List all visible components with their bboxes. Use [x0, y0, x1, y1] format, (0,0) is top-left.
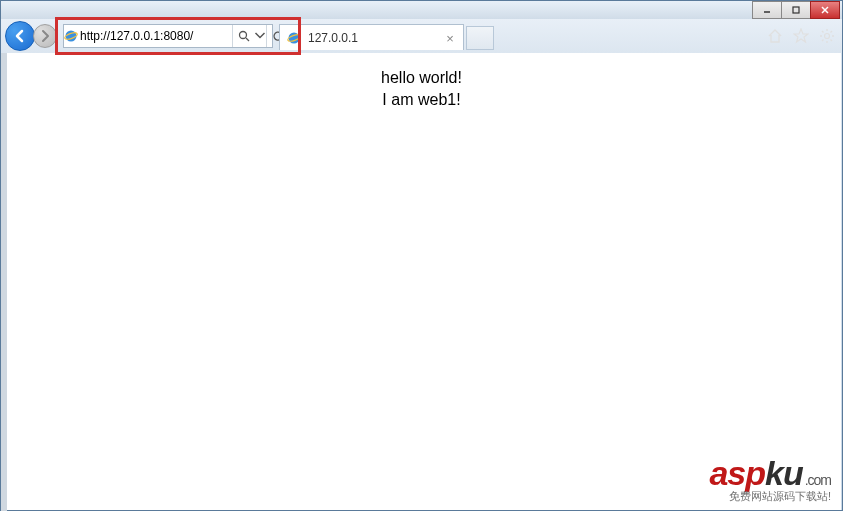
browser-window: 127.0.0.1 × hello world! I am web1!	[0, 0, 843, 511]
left-edge-blur	[1, 53, 7, 511]
caption-buttons	[753, 1, 840, 19]
watermark: aspku.com 免费网站源码下载站!	[709, 454, 831, 504]
toolbar-right-tools	[766, 19, 836, 53]
content-line-1: hello world!	[2, 67, 841, 89]
close-icon: ×	[446, 31, 454, 46]
maximize-button[interactable]	[781, 1, 811, 19]
search-button[interactable]	[232, 25, 254, 47]
home-button[interactable]	[766, 27, 784, 45]
back-button[interactable]	[5, 21, 35, 51]
svg-line-7	[246, 38, 249, 41]
navigation-buttons	[5, 21, 57, 51]
new-tab-button[interactable]	[466, 26, 494, 50]
gear-icon	[819, 28, 835, 44]
home-icon	[767, 28, 783, 44]
svg-point-6	[239, 32, 246, 39]
tab-title: 127.0.0.1	[308, 31, 437, 45]
arrow-right-icon	[38, 29, 52, 43]
url-input[interactable]	[78, 29, 232, 43]
close-button[interactable]	[810, 1, 840, 19]
browser-toolbar: 127.0.0.1 ×	[1, 19, 842, 53]
star-icon	[793, 28, 809, 44]
tab-strip: 127.0.0.1 ×	[279, 22, 494, 50]
arrow-left-icon	[13, 29, 27, 43]
watermark-brand: aspku.com	[709, 454, 831, 493]
forward-button[interactable]	[33, 24, 57, 48]
tab-close-button[interactable]: ×	[443, 31, 457, 45]
search-dropdown-button[interactable]	[254, 25, 266, 47]
search-icon	[238, 30, 250, 42]
content-line-2: I am web1!	[2, 89, 841, 111]
tools-button[interactable]	[818, 27, 836, 45]
browser-tab[interactable]: 127.0.0.1 ×	[279, 24, 464, 50]
page-body-text: hello world! I am web1!	[2, 53, 841, 110]
page-content: hello world! I am web1! aspku.com 免费网站源码…	[2, 53, 841, 510]
favorites-button[interactable]	[792, 27, 810, 45]
minimize-button[interactable]	[752, 1, 782, 19]
window-titlebar	[1, 1, 842, 19]
svg-rect-1	[793, 7, 799, 13]
chevron-down-icon	[254, 30, 266, 42]
address-bar	[63, 24, 273, 48]
ie-logo-icon	[64, 29, 78, 43]
ie-logo-icon	[286, 31, 302, 45]
svg-point-10	[825, 34, 830, 39]
